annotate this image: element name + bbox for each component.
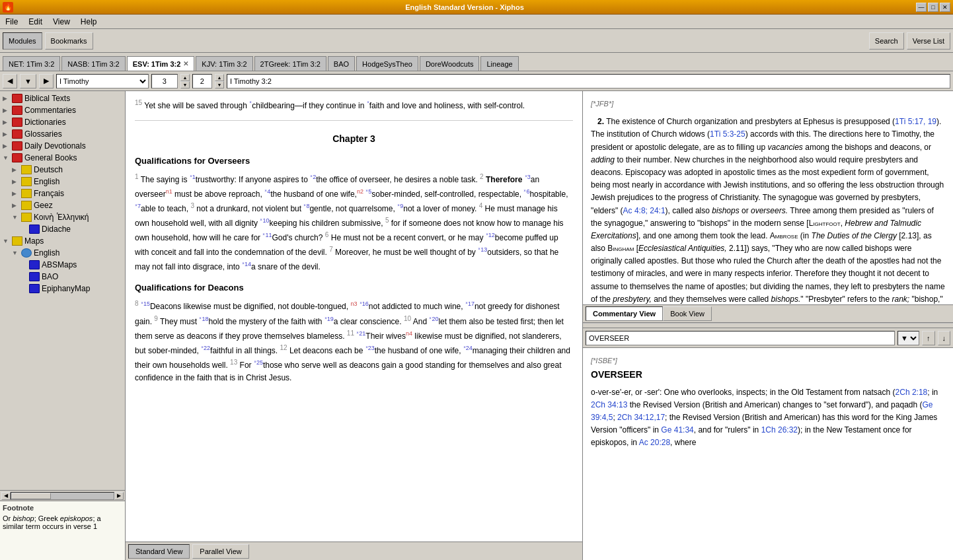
dict-next-button[interactable]: ↓ xyxy=(938,331,951,345)
toggle-biblical: ▶ xyxy=(3,95,12,102)
geez-icon xyxy=(21,201,32,210)
sidebar-item-bao[interactable]: BAO xyxy=(1,271,124,283)
ref-1ch2632[interactable]: 1Ch 26:32 xyxy=(761,425,798,435)
book-view-button[interactable]: Book View xyxy=(663,306,712,321)
tabbar: NET: 1Tim 3:2 NASB: 1Tim 3:2 ESV: 1Tim 3… xyxy=(0,53,953,71)
devotionals-label: Daily Devotionals xyxy=(24,141,86,151)
sidebar-item-didache[interactable]: Didache xyxy=(1,223,124,235)
ref-ge4134[interactable]: Ge 41:34 xyxy=(661,425,693,435)
commentary-view-button[interactable]: Commentary View xyxy=(586,306,663,321)
biblical-texts-icon xyxy=(12,94,22,103)
chapter-up-button[interactable]: ▲ xyxy=(180,74,190,81)
ref-2ch3412[interactable]: 2Ch 34:12,17 xyxy=(617,413,665,422)
commentaries-label: Commentaries xyxy=(24,106,76,115)
panel-divider[interactable] xyxy=(583,323,953,328)
sidebar-item-maps[interactable]: ▼ Maps xyxy=(1,235,124,247)
dict-dropdown[interactable]: ▼ xyxy=(897,331,919,345)
sidebar-item-biblical-texts[interactable]: ▶ Biblical Texts xyxy=(1,92,124,104)
sidebar-item-deutsch[interactable]: ▶ Deutsch xyxy=(1,164,124,176)
sidebar-item-commentaries[interactable]: ▶ Commentaries xyxy=(1,104,124,116)
maps-english-icon xyxy=(21,248,32,258)
verse-down-button[interactable]: ▼ xyxy=(215,81,224,88)
sidebar-item-francais[interactable]: ▶ Français xyxy=(1,188,124,199)
general-books-label: General Books xyxy=(24,153,77,162)
dict-body: o-ver-se'-er, or -ser': One who overlook… xyxy=(591,386,945,450)
tab-kjv[interactable]: KJV: 1Tim 3:2 xyxy=(196,56,252,71)
commentaries-icon xyxy=(12,106,22,115)
absmaps-icon xyxy=(29,260,40,269)
main-layout: ▶ Biblical Texts ▶ Commentaries ▶ Dictio… xyxy=(0,91,953,560)
tab-net[interactable]: NET: 1Tim 3:2 xyxy=(3,56,60,71)
bookmarks-button[interactable]: Bookmarks xyxy=(45,32,93,50)
nav-back-button[interactable]: ◀ xyxy=(3,74,17,88)
commentary-section: [*JFB*] 2. The existence of Church organ… xyxy=(583,91,953,323)
sidebar-scrollbar[interactable]: ◀ ▶ xyxy=(0,490,125,501)
sidebar-item-glossaries[interactable]: ▶ Glossaries xyxy=(1,128,124,140)
menu-file[interactable]: File xyxy=(3,16,20,28)
menu-help[interactable]: Help xyxy=(78,16,100,28)
ref-2ch3413[interactable]: 2Ch 34:13 xyxy=(591,400,627,409)
ref-2ch218[interactable]: 2Ch 2:18 xyxy=(896,388,928,397)
close-button[interactable]: ✕ xyxy=(940,3,950,12)
nav-book-select[interactable]: I Timothy xyxy=(56,74,149,88)
tab-hodge[interactable]: HodgeSysTheo xyxy=(356,56,418,71)
sidebar-item-dictionaries[interactable]: ▶ Dictionaries xyxy=(1,116,124,128)
ref-1ti535[interactable]: 1Ti 5:3-25 xyxy=(710,129,745,139)
absmaps-label: ABSMaps xyxy=(42,260,77,269)
deutsch-icon xyxy=(21,165,32,174)
tab-dore[interactable]: DoreWoodcuts xyxy=(420,56,480,71)
toggle-bao xyxy=(20,273,29,280)
sidebar-item-geez[interactable]: ▶ Geez xyxy=(1,199,124,211)
ref-ac2028[interactable]: Ac 20:28 xyxy=(639,438,670,447)
didache-label: Didache xyxy=(42,225,71,234)
verse-list-button[interactable]: Verse List xyxy=(907,32,950,50)
chapter-down-button[interactable]: ▼ xyxy=(180,81,190,88)
toolbar: Modules Bookmarks Search Verse List xyxy=(0,29,953,53)
sidebar-item-devotionals[interactable]: ▶ Daily Devotionals xyxy=(1,140,124,152)
sidebar-item-absmaps[interactable]: ABSMaps xyxy=(1,259,124,271)
standard-view-button[interactable]: Standard View xyxy=(128,544,190,559)
bible-view-buttons: Standard View Parallel View xyxy=(126,542,582,560)
toggle-geez: ▶ xyxy=(12,202,21,209)
parallel-view-button[interactable]: Parallel View xyxy=(192,544,248,559)
h-scroll-track[interactable] xyxy=(11,492,114,500)
verse-up-button[interactable]: ▲ xyxy=(215,74,224,81)
tab-lineage[interactable]: Lineage xyxy=(480,56,518,71)
epiphany-icon xyxy=(29,284,40,293)
nav-forward-button[interactable]: ▶ xyxy=(39,74,54,88)
dict-title: OVERSEER xyxy=(591,367,945,382)
toggle-maps-english: ▼ xyxy=(12,250,21,256)
nav-reference-input[interactable] xyxy=(227,74,950,88)
sidebar-item-epiphany[interactable]: EpiphanyMap xyxy=(1,283,124,295)
scroll-right-button[interactable]: ▶ xyxy=(114,492,124,500)
tab-esv-close[interactable]: ✕ xyxy=(183,60,188,67)
maximize-button[interactable]: □ xyxy=(928,3,938,12)
maps-label: Maps xyxy=(24,236,44,246)
ref-1ti517[interactable]: 1Ti 5:17, 19 xyxy=(895,117,936,126)
dict-prev-button[interactable]: ↑ xyxy=(922,331,935,345)
chapter-spinner: ▲ ▼ xyxy=(180,74,190,88)
scroll-left-button[interactable]: ◀ xyxy=(1,492,11,500)
bible-text: 15 Yet she will be saved through ˣchildb… xyxy=(126,91,582,542)
sidebar-item-general-books[interactable]: ▼ General Books xyxy=(1,152,124,164)
tab-2tgreek[interactable]: 2TGreek: 1Tim 3:2 xyxy=(254,56,326,71)
menu-edit[interactable]: Edit xyxy=(26,16,45,28)
dict-search-input[interactable] xyxy=(586,331,895,345)
search-button[interactable]: Search xyxy=(869,32,904,50)
nav-verse-input[interactable] xyxy=(192,74,212,88)
sidebar-item-maps-english[interactable]: ▼ English xyxy=(1,247,124,259)
tab-esv[interactable]: ESV: 1Tim 3:2 ✕ xyxy=(127,56,195,71)
app-icon: 🔥 xyxy=(3,2,13,13)
nav-dropdown-button[interactable]: ▼ xyxy=(20,74,36,88)
modules-button[interactable]: Modules xyxy=(3,32,42,50)
ref-ac48[interactable]: Ac 4:8; 24:1 xyxy=(623,206,666,215)
menu-view[interactable]: View xyxy=(50,16,73,28)
sidebar-item-koine[interactable]: ▼ Κοινὴ Ἑλληνική xyxy=(1,211,124,223)
tab-nasb[interactable]: NASB: 1Tim 3:2 xyxy=(61,56,125,71)
biblical-texts-label: Biblical Texts xyxy=(24,94,70,103)
tab-bao[interactable]: BAO xyxy=(328,56,355,71)
sidebar-item-english[interactable]: ▶ English xyxy=(1,176,124,188)
nav-chapter-input[interactable] xyxy=(151,74,178,88)
minimize-button[interactable]: — xyxy=(916,3,927,12)
toggle-epiphany xyxy=(20,285,29,292)
